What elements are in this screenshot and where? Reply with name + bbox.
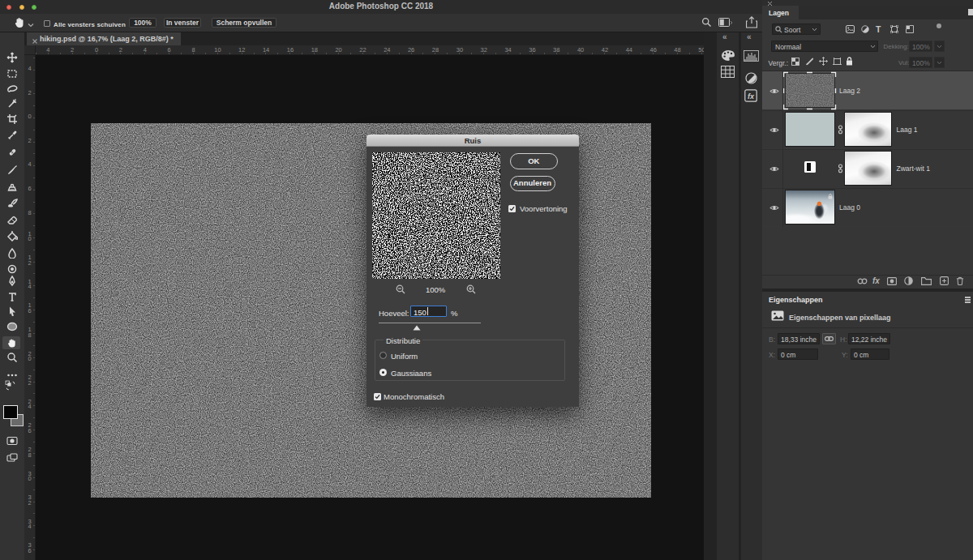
svg-text:fx: fx	[748, 92, 755, 100]
